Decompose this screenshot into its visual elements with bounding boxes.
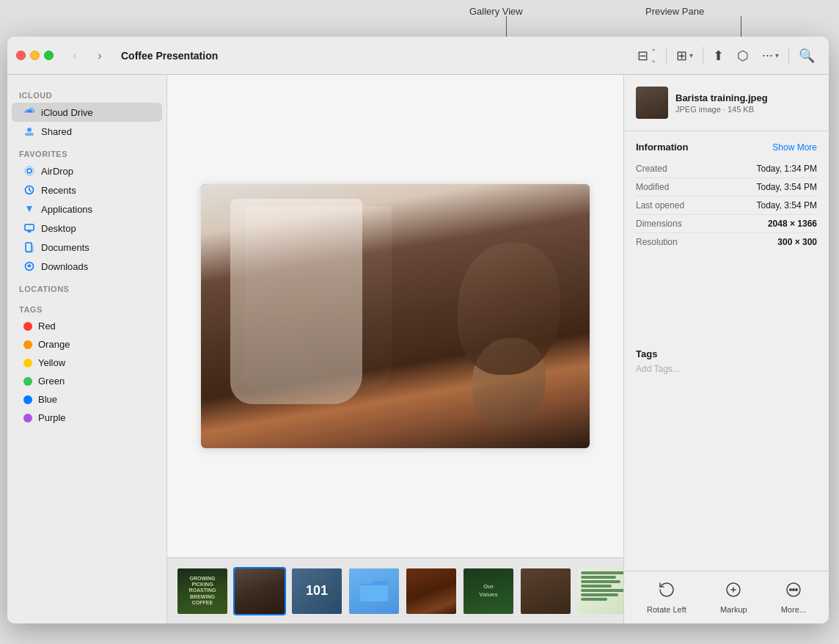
preview-file-info: Barista training.jpeg JPEG image · 145 K… <box>675 92 817 114</box>
toolbar-controls: ⊟ ⌃⌄ ⊞ ▾ ⬆ ⬡ ··· ▾ <box>632 44 820 67</box>
finder-window: ‹ › Coffee Presentation ⊟ ⌃⌄ ⊞ ▾ ⬆ ⬡ <box>7 37 829 623</box>
view-toggle-icon: ⊟ <box>637 48 648 64</box>
view-toggle-button[interactable]: ⊟ ⌃⌄ <box>632 44 662 67</box>
tag-red-dot <box>23 322 32 331</box>
preview-thumbnail <box>636 87 668 119</box>
last-opened-label: Last opened <box>636 200 684 211</box>
thumb-coffee-book[interactable]: GROWINGPICKINGROASTINGBREWINGCOFFEE <box>176 567 229 615</box>
maximize-button[interactable] <box>44 51 54 60</box>
sidebar-item-downloads[interactable]: Downloads <box>12 257 162 276</box>
thumb-barista-content <box>235 568 285 614</box>
markup-button[interactable]: Markup <box>720 581 747 614</box>
sidebar-item-desktop[interactable]: Desktop <box>12 219 162 238</box>
back-button[interactable]: ‹ <box>65 46 84 65</box>
thumb-barista2[interactable] <box>519 567 572 615</box>
svg-point-1 <box>27 128 32 132</box>
thumb-coffee-beans[interactable] <box>405 567 458 615</box>
recents-icon <box>23 184 35 196</box>
coffee-image <box>201 184 590 448</box>
tag-orange-dot <box>23 340 32 349</box>
info-header-row: Information Show More <box>636 142 817 153</box>
share-button[interactable]: ⬆ <box>708 44 729 67</box>
thumb-barista-selected[interactable] <box>233 567 286 615</box>
gallery-chevron: ▾ <box>689 51 693 59</box>
airdrop-icon <box>23 165 35 177</box>
svg-point-12 <box>796 589 797 590</box>
modified-label: Modified <box>636 182 669 192</box>
svg-point-10 <box>790 589 791 590</box>
folder-title: Coffee Presentation <box>121 50 620 62</box>
sidebar-item-recents[interactable]: Recents <box>12 180 162 200</box>
search-button[interactable]: 🔍 <box>794 44 820 67</box>
add-tags-placeholder[interactable]: Add Tags... <box>636 364 817 374</box>
icloud-section-label: iCloud <box>7 82 166 103</box>
info-row-resolution: Resolution 300 × 300 <box>636 233 817 251</box>
sidebar-item-tag-green[interactable]: Green <box>12 372 162 390</box>
preview-pane: Barista training.jpeg JPEG image · 145 K… <box>623 75 829 623</box>
more-button[interactable]: ··· ▾ <box>757 44 784 67</box>
sidebar-item-tag-blue[interactable]: Blue <box>12 390 162 409</box>
last-opened-value: Today, 3:54 PM <box>757 200 818 211</box>
created-label: Created <box>636 164 667 174</box>
dimensions-label: Dimensions <box>636 219 682 229</box>
resolution-value: 300 × 300 <box>777 237 817 247</box>
sidebar-item-tag-purple[interactable]: Purple <box>12 409 162 427</box>
downloads-label: Downloads <box>41 261 88 272</box>
sidebar-item-tag-orange[interactable]: Orange <box>12 335 162 354</box>
documents-label: Documents <box>41 242 89 253</box>
info-title: Information <box>636 142 689 153</box>
documents-icon <box>23 241 35 253</box>
toolbar: ‹ › Coffee Presentation ⊟ ⌃⌄ ⊞ ▾ ⬆ ⬡ <box>7 37 829 75</box>
minimize-button[interactable] <box>30 51 40 60</box>
barista-arm <box>230 199 362 404</box>
preview-info-section: Information Show More Created Today, 1:3… <box>624 131 829 341</box>
favorites-section-label: Favorites <box>7 141 166 161</box>
more-actions-label: More... <box>781 605 806 614</box>
gallery-image-container[interactable] <box>201 184 590 448</box>
thumb-spreadsheet[interactable] <box>576 567 623 615</box>
tag-yellow-label: Yellow <box>38 357 65 368</box>
close-button[interactable] <box>16 51 26 60</box>
thumb-101[interactable]: 101 <box>290 567 343 615</box>
more-actions-icon <box>785 581 802 602</box>
forward-button[interactable]: › <box>90 46 109 65</box>
gallery-view-button[interactable]: ⊞ ▾ <box>671 44 698 67</box>
thumb-our-values[interactable]: OurValues <box>462 567 515 615</box>
downloads-icon <box>23 260 35 272</box>
dimensions-value: 2048 × 1366 <box>768 219 817 229</box>
tags-button[interactable]: ⬡ <box>732 44 754 67</box>
sidebar-item-icloud-drive[interactable]: iCloud Drive <box>12 103 162 122</box>
shared-label: Shared <box>41 126 72 137</box>
list-line-6 <box>581 593 618 596</box>
tags-title: Tags <box>636 348 817 359</box>
svg-point-3 <box>25 167 34 175</box>
show-more-button[interactable]: Show More <box>772 142 817 153</box>
list-line-5 <box>581 589 623 592</box>
more-actions-button[interactable]: More... <box>781 581 806 614</box>
applications-icon <box>23 203 35 215</box>
tag-green-label: Green <box>38 376 65 387</box>
sidebar-item-documents[interactable]: Documents <box>12 238 162 257</box>
gallery-icon: ⊞ <box>676 48 687 64</box>
thumb-beans-content <box>406 568 456 614</box>
preview-pane-label: Preview Pane <box>645 6 704 17</box>
view-chevron-icon: ⌃⌄ <box>651 48 656 64</box>
traffic-lights <box>16 51 54 60</box>
thumb-values-content: OurValues <box>464 568 513 614</box>
sidebar-item-airdrop[interactable]: AirDrop <box>12 161 162 180</box>
thumb-folder[interactable] <box>348 567 400 615</box>
svg-point-2 <box>27 169 32 173</box>
sidebar-item-tag-yellow[interactable]: Yellow <box>12 354 162 372</box>
sidebar-item-tag-red[interactable]: Red <box>12 317 162 335</box>
coffee-cup <box>472 338 546 426</box>
sidebar-item-shared[interactable]: Shared <box>12 122 162 141</box>
sidebar-item-applications[interactable]: Applications <box>12 200 162 219</box>
thumb-101-content: 101 <box>292 568 342 614</box>
rotate-left-button[interactable]: Rotate Left <box>647 581 686 614</box>
svg-point-11 <box>793 589 794 590</box>
window-body: iCloud iCloud Drive Shared <box>7 75 829 623</box>
preview-filename: Barista training.jpeg <box>675 92 817 103</box>
airdrop-label: AirDrop <box>41 166 73 177</box>
preview-filetype: JPEG image · 145 KB <box>675 105 817 114</box>
list-line-1 <box>581 571 623 574</box>
